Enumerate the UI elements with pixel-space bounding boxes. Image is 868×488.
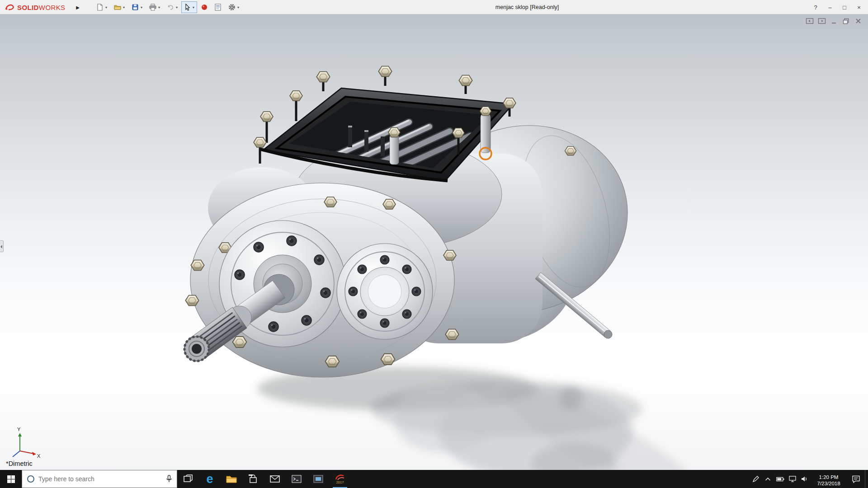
windows-logo-icon [7,475,15,483]
gear-icon [228,3,236,11]
clock-date: 7/23/2018 [811,480,847,487]
red-sphere-icon [201,4,208,11]
brand-name-light: WORKS [39,4,66,11]
pen-icon [752,476,759,483]
brand-name: SOLIDWORKS [17,4,66,11]
solidworks-app-button[interactable]: 2017 [329,470,351,488]
undo-button[interactable]: ▾ [164,1,180,13]
caret-icon: ▾ [141,5,142,9]
solidworks-window: SOLIDWORKS ▶ ▾ ▾ [0,0,868,488]
undo-arrow-icon [166,3,175,11]
render-addin-button[interactable] [198,1,211,13]
model-output-flange[interactable] [337,244,433,339]
toolbar-flyout-button[interactable]: ▶ [73,2,82,13]
select-tool-button[interactable]: ▾ [181,1,197,13]
mail-envelope-icon [270,475,280,483]
clock-time: 1:20 PM [811,474,847,480]
show-desktop-button[interactable] [865,470,868,488]
microphone-icon[interactable] [166,475,172,483]
minimize-button[interactable]: – [823,0,837,14]
speaker-icon [801,476,808,482]
cortana-icon [27,475,35,483]
volume-button[interactable] [798,470,811,488]
window-title: menjac sklop [Read-only] [495,0,559,14]
caret-icon: ▾ [176,5,178,9]
ds-logo-icon [5,3,15,11]
help-button[interactable]: ? [808,0,823,14]
maximize-button[interactable]: □ [837,0,852,14]
taskbar-search[interactable] [22,470,177,488]
triad-x-label: X [37,453,41,459]
window-controls: ? – □ × [808,0,866,14]
caret-icon: ▾ [193,5,194,9]
task-view-icon [184,474,193,483]
app-button[interactable] [307,470,329,488]
collapsed-panel-handle[interactable] [0,240,4,252]
solidworks-app-icon [335,474,345,481]
save-button[interactable]: ▾ [128,1,145,13]
console-app-button[interactable] [286,470,307,488]
edge-browser-button[interactable]: e [199,470,221,488]
document-minimize-icon[interactable] [830,18,838,25]
action-center-button[interactable] [847,470,865,488]
windows-ink-button[interactable] [750,470,762,488]
options-button[interactable]: ▾ [225,1,242,13]
caret-icon: ▾ [123,5,125,9]
print-button[interactable]: ▾ [146,1,163,13]
standard-toolbar: ▾ ▾ ▾ [93,0,243,14]
graphics-area[interactable]: Y X *Dimetric [0,14,868,470]
console-window-icon [292,475,302,483]
store-bag-icon [249,474,258,483]
select-arrow-icon [184,3,191,11]
tray-overflow-button[interactable] [762,470,774,488]
brand-name-bold: SOLID [17,4,39,11]
dock-pane-left-icon[interactable] [806,18,814,25]
mail-button[interactable] [264,470,286,488]
file-explorer-button[interactable] [221,470,242,488]
store-button[interactable] [242,470,264,488]
document-window-controls [806,18,863,25]
report-document-icon [214,3,222,11]
open-document-button[interactable]: ▾ [111,1,127,13]
task-view-button[interactable] [177,470,199,488]
document-restore-icon[interactable] [842,18,850,25]
new-document-icon [96,3,104,11]
search-input[interactable] [38,475,162,483]
chevron-up-icon [765,477,771,481]
start-button[interactable] [0,470,22,488]
edge-icon: e [206,473,213,485]
caret-icon: ▾ [158,5,160,9]
titlebar: SOLIDWORKS ▶ ▾ ▾ [0,0,868,14]
network-icon [789,476,796,482]
save-floppy-icon [131,3,139,11]
network-status-button[interactable] [786,470,798,488]
close-button[interactable]: × [852,0,866,14]
caret-icon: ▾ [105,5,107,9]
model-shadow [258,367,709,470]
solidworks-year-badge: 2017 [336,481,344,484]
view-orientation-label: *Dimetric [6,460,33,467]
new-document-button[interactable]: ▾ [93,1,110,13]
dock-pane-right-icon[interactable] [818,18,826,25]
battery-status-button[interactable] [774,470,786,488]
battery-icon [776,477,784,482]
report-button[interactable] [212,1,224,13]
windows-taskbar: e [0,470,868,488]
system-tray: 1:20 PM 7/23/2018 [750,470,868,488]
triad-y-label: Y [17,427,21,432]
gearbox-3d-model[interactable]: Y X [0,14,868,470]
solidworks-logo: SOLIDWORKS [5,0,66,14]
reference-triad[interactable]: Y X [13,427,41,459]
action-center-icon [852,475,860,483]
app-window-icon [313,475,323,483]
caret-icon: ▾ [237,5,239,9]
folder-icon [226,474,237,483]
open-folder-icon [113,3,122,11]
taskbar-clock[interactable]: 1:20 PM 7/23/2018 [811,470,847,488]
printer-icon [149,3,157,11]
document-close-icon[interactable] [854,18,863,25]
